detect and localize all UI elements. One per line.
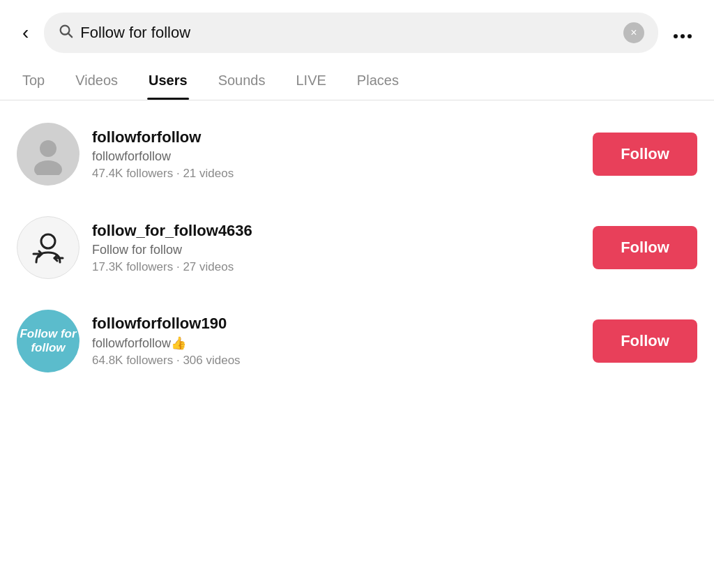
tab-places[interactable]: Places bbox=[342, 63, 414, 100]
search-input[interactable]: Follow for follow bbox=[80, 24, 616, 42]
tab-top[interactable]: Top bbox=[7, 63, 60, 100]
follow-button[interactable]: Follow bbox=[593, 319, 697, 363]
header: ‹ Follow for follow × bbox=[0, 0, 714, 63]
tab-live[interactable]: LIVE bbox=[281, 63, 342, 100]
list-item: Follow for follow followforfollow190 fol… bbox=[0, 294, 714, 388]
svg-point-6 bbox=[34, 160, 62, 175]
list-item: follow_for_follow4636 Follow for follow … bbox=[0, 201, 714, 294]
svg-point-4 bbox=[688, 34, 692, 38]
svg-point-3 bbox=[681, 34, 685, 38]
svg-point-5 bbox=[40, 140, 56, 157]
display-name: Follow for follow bbox=[92, 243, 580, 257]
tab-videos[interactable]: Videos bbox=[60, 63, 133, 100]
svg-point-7 bbox=[41, 234, 55, 248]
user-stats: 17.3K followers · 27 videos bbox=[92, 260, 580, 274]
username: followforfollow bbox=[92, 128, 580, 146]
tab-sounds[interactable]: Sounds bbox=[203, 63, 281, 100]
user-info: followforfollow followforfollow 47.4K fo… bbox=[92, 128, 580, 181]
follow-button[interactable]: Follow bbox=[593, 133, 697, 176]
user-info: follow_for_follow4636 Follow for follow … bbox=[92, 222, 580, 274]
svg-line-1 bbox=[68, 33, 72, 37]
back-button[interactable]: ‹ bbox=[17, 20, 34, 45]
user-stats: 64.8K followers · 306 videos bbox=[92, 354, 580, 368]
avatar: Follow for follow bbox=[17, 310, 79, 372]
user-info: followforfollow190 followforfollow👍 64.8… bbox=[92, 315, 580, 368]
search-bar: Follow for follow × bbox=[44, 13, 658, 53]
avatar-text: Follow for follow bbox=[17, 327, 79, 356]
user-stats: 47.4K followers · 21 videos bbox=[92, 167, 580, 181]
svg-point-2 bbox=[674, 34, 678, 38]
more-options-button[interactable] bbox=[668, 20, 697, 47]
display-name: followforfollow👍 bbox=[92, 336, 580, 351]
user-list: followforfollow followforfollow 47.4K fo… bbox=[0, 100, 714, 395]
clear-button[interactable]: × bbox=[623, 22, 644, 43]
tab-users[interactable]: Users bbox=[133, 63, 203, 100]
display-name: followforfollow bbox=[92, 149, 580, 164]
clear-icon: × bbox=[630, 27, 637, 39]
search-icon bbox=[58, 23, 73, 43]
follow-button[interactable]: Follow bbox=[593, 226, 697, 269]
list-item: followforfollow followforfollow 47.4K fo… bbox=[0, 107, 714, 201]
username: follow_for_follow4636 bbox=[92, 222, 580, 240]
username: followforfollow190 bbox=[92, 315, 580, 333]
avatar bbox=[17, 123, 79, 186]
avatar bbox=[17, 216, 79, 279]
tab-bar: Top Videos Users Sounds LIVE Places bbox=[0, 63, 714, 100]
